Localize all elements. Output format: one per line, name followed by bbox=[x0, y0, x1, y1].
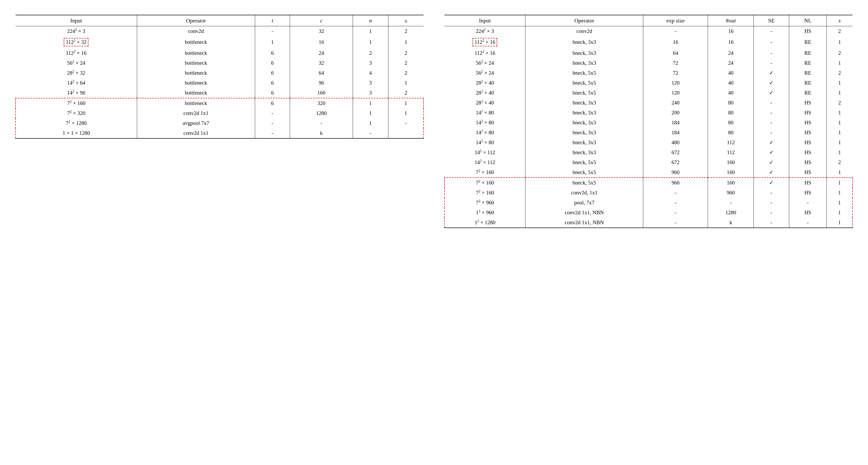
v3-cell: 2 bbox=[827, 157, 852, 167]
v2-cell: 6 bbox=[255, 58, 290, 68]
v3-cell: 1 bbox=[827, 178, 852, 188]
v2-table: Input Operator t c n s 2242 × 3conv2d-32… bbox=[15, 15, 424, 138]
v2-cell: - bbox=[290, 118, 353, 128]
v3-table-row: 1122 × 16bneck, 3x31616-RE1 bbox=[444, 36, 852, 48]
v2-cell: - bbox=[255, 128, 290, 138]
v3-cell: 2 bbox=[827, 98, 852, 108]
v3-cell: conv2d bbox=[526, 26, 643, 36]
v2-cell: - bbox=[388, 118, 424, 128]
v3-cell: HS bbox=[789, 137, 827, 148]
v3-cell: bneck, 5x5 bbox=[526, 157, 643, 167]
v2-col-input: Input bbox=[16, 15, 137, 26]
v3-tbody: 2242 × 3conv2d-16-HS21122 × 16bneck, 3x3… bbox=[444, 26, 852, 228]
v2-section: Input Operator t c n s 2242 × 3conv2d-32… bbox=[15, 10, 424, 138]
v2-cell: 1 bbox=[388, 108, 424, 118]
v3-cell: RE bbox=[789, 48, 827, 58]
v2-cell: bottleneck bbox=[137, 36, 255, 48]
v2-cell: 6 bbox=[255, 48, 290, 58]
v3-cell: conv2d 1x1, NBN bbox=[526, 208, 643, 218]
v3-table-row: 72 × 960pool, 7x7----1 bbox=[444, 198, 852, 208]
v3-cell: ✓ bbox=[754, 137, 789, 148]
v3-cell: 282 × 40 bbox=[444, 78, 526, 88]
v3-cell: bneck, 3x3 bbox=[526, 108, 643, 118]
v2-table-row: 72 × 160bottleneck632011 bbox=[16, 98, 424, 108]
v2-cell: 1122 × 32 bbox=[16, 36, 137, 48]
v3-table-row: 72 × 160bneck, 5x5960160✓HS1 bbox=[444, 178, 852, 188]
v2-table-row: 142 × 96bottleneck616032 bbox=[16, 88, 424, 98]
v3-cell: - bbox=[643, 188, 708, 198]
v3-cell: bneck, 5x5 bbox=[526, 178, 643, 188]
v2-cell: 3 bbox=[353, 58, 388, 68]
v3-cell: 40 bbox=[708, 78, 754, 88]
v3-cell: - bbox=[643, 208, 708, 218]
v3-cell: 16 bbox=[708, 36, 754, 48]
v3-header-row: Input Operator exp size #out SE NL s bbox=[444, 15, 852, 26]
v2-table-row: 1122 × 32bottleneck11611 bbox=[16, 36, 424, 48]
v3-cell: bneck, 5x5 bbox=[526, 78, 643, 88]
v2-cell: 160 bbox=[290, 88, 353, 98]
v3-table-row: 142 × 80bneck, 3x320080-HS1 bbox=[444, 108, 852, 118]
v2-cell: 1 bbox=[388, 36, 424, 48]
v3-table-row: 12 × 1280conv2d 1x1, NBN-k--1 bbox=[444, 218, 852, 228]
v3-cell: 2 bbox=[827, 68, 852, 78]
v3-cell: - bbox=[754, 188, 789, 198]
v3-cell: ✓ bbox=[754, 148, 789, 157]
v3-cell: RE bbox=[789, 58, 827, 68]
v2-cell: - bbox=[255, 108, 290, 118]
v3-cell: HS bbox=[789, 26, 827, 36]
v2-cell: 4 bbox=[353, 68, 388, 78]
v2-cell: 1 bbox=[353, 118, 388, 128]
v2-cell: 2242 × 3 bbox=[16, 26, 137, 36]
v3-cell: - bbox=[754, 128, 789, 137]
v3-cell: ✓ bbox=[754, 88, 789, 98]
v2-cell: - bbox=[255, 118, 290, 128]
v3-cell: - bbox=[754, 58, 789, 68]
v3-cell: 16 bbox=[708, 26, 754, 36]
v3-cell: 120 bbox=[643, 88, 708, 98]
v3-cell: 142 × 80 bbox=[444, 118, 526, 128]
v2-cell: 2 bbox=[388, 48, 424, 58]
v3-cell: 282 × 40 bbox=[444, 88, 526, 98]
v3-cell: 112 bbox=[708, 148, 754, 157]
v3-cell: - bbox=[754, 208, 789, 218]
v3-cell: 1 bbox=[827, 118, 852, 128]
v3-table: Input Operator exp size #out SE NL s 224… bbox=[444, 15, 853, 228]
v3-cell: 160 bbox=[708, 167, 754, 178]
v3-cell: bneck, 3x3 bbox=[526, 48, 643, 58]
v3-cell: 672 bbox=[643, 157, 708, 167]
v3-cell: HS bbox=[789, 178, 827, 188]
v3-cell: 1122 × 16 bbox=[444, 36, 526, 48]
v3-cell: ✓ bbox=[754, 78, 789, 88]
v3-cell: 2 bbox=[827, 48, 852, 58]
v2-cell: conv2d 1x1 bbox=[137, 128, 255, 138]
v3-cell: - bbox=[754, 36, 789, 48]
v3-cell: pool, 7x7 bbox=[526, 198, 643, 208]
v2-cell: 1 bbox=[353, 36, 388, 48]
v3-cell: 1280 bbox=[708, 208, 754, 218]
v3-section: Input Operator exp size #out SE NL s 224… bbox=[444, 10, 853, 228]
v3-cell: 72 × 960 bbox=[444, 198, 526, 208]
v3-table-row: 282 × 40bneck, 3x324080-HS2 bbox=[444, 98, 852, 108]
v3-cell: 1 bbox=[827, 36, 852, 48]
v2-cell: 142 × 64 bbox=[16, 78, 137, 88]
v3-cell: 80 bbox=[708, 118, 754, 128]
v2-cell: bottleneck bbox=[137, 68, 255, 78]
v3-cell: bneck, 5x5 bbox=[526, 88, 643, 98]
v3-cell: - bbox=[789, 218, 827, 228]
v3-cell: 120 bbox=[643, 78, 708, 88]
v3-cell: 40 bbox=[708, 68, 754, 78]
v3-thead: Input Operator exp size #out SE NL s bbox=[444, 15, 852, 26]
v3-cell: 2 bbox=[827, 26, 852, 36]
v3-cell: - bbox=[754, 218, 789, 228]
v3-cell: 1 bbox=[827, 167, 852, 178]
v2-cell: bottleneck bbox=[137, 88, 255, 98]
v3-cell: 1 bbox=[827, 198, 852, 208]
v3-cell: 80 bbox=[708, 108, 754, 118]
v3-cell: bneck, 3x3 bbox=[526, 137, 643, 148]
v3-cell: RE bbox=[789, 68, 827, 78]
v2-table-row: 142 × 64bottleneck69631 bbox=[16, 78, 424, 88]
v2-table-row: 562 × 24bottleneck63232 bbox=[16, 58, 424, 68]
v2-cell: 96 bbox=[290, 78, 353, 88]
v3-cell: 142 × 80 bbox=[444, 137, 526, 148]
v2-cell: 6 bbox=[255, 98, 290, 108]
